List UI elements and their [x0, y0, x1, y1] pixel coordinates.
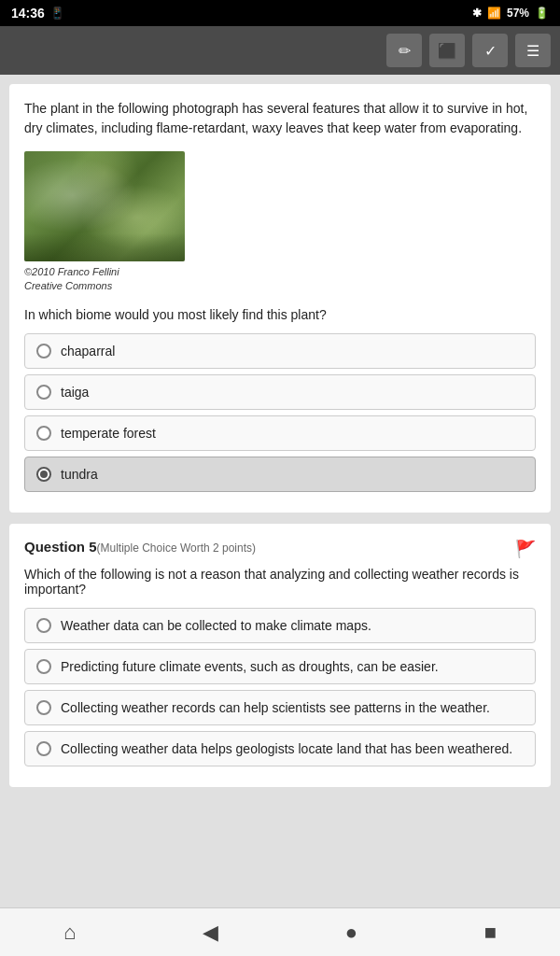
home-button[interactable]: ⌂: [49, 913, 91, 952]
option5-climate-maps[interactable]: Weather data can be collected to make cl…: [24, 608, 536, 643]
option-chaparral[interactable]: chaparral: [24, 333, 536, 369]
bottom-nav: ⌂ ◀ ● ■: [0, 907, 560, 956]
radio-taiga: [36, 385, 51, 400]
question5-header: Question 5(Multiple Choice Worth 2 point…: [24, 539, 536, 559]
option-temperate-forest[interactable]: temperate forest: [24, 415, 536, 451]
pencil-button[interactable]: ✏: [386, 34, 422, 67]
radio-climate-maps: [36, 618, 51, 633]
radio-tundra: [36, 467, 51, 482]
question5-subtitle: (Multiple Choice Worth 2 points): [97, 541, 257, 555]
bookmark-button[interactable]: ⬛: [429, 34, 465, 67]
wifi-icon: 📶: [487, 7, 501, 20]
option5-patterns[interactable]: Collecting weather records can help scie…: [24, 690, 536, 725]
radio-geologists: [36, 741, 51, 756]
home-circle-button[interactable]: ●: [330, 913, 372, 952]
question4-prompt: In which biome would you most likely fin…: [24, 307, 536, 322]
radio-future-events: [36, 659, 51, 674]
back-button[interactable]: ◀: [188, 913, 233, 952]
question5-prompt: Which of the following is not a reason t…: [24, 567, 536, 597]
plant-photo: [24, 151, 185, 261]
photo-caption: ©2010 Franco Fellini Creative Commons: [24, 265, 119, 294]
toolbar: ✏ ⬛ ✓ ☰: [0, 26, 560, 75]
question5-title: Question 5: [24, 539, 97, 555]
option5-future-events[interactable]: Predicting future climate events, such a…: [24, 649, 536, 684]
bluetooth-icon: ✱: [472, 7, 482, 20]
status-bar: 14:36 📱 ✱ 📶 57% 🔋: [0, 0, 560, 26]
flag-icon[interactable]: 🚩: [515, 539, 536, 559]
question4-intro: The plant in the following photograph ha…: [24, 99, 536, 138]
check-button[interactable]: ✓: [472, 34, 508, 67]
option-taiga[interactable]: taiga: [24, 374, 536, 410]
status-time: 14:36: [11, 6, 45, 21]
radio-temperate-forest: [36, 426, 51, 441]
phone-icon: 📱: [50, 7, 64, 20]
question5-card: Question 5(Multiple Choice Worth 2 point…: [9, 524, 551, 787]
radio-patterns: [36, 700, 51, 715]
option-tundra[interactable]: tundra: [24, 457, 536, 492]
recents-button[interactable]: ■: [469, 913, 511, 952]
radio-chaparral: [36, 344, 51, 358]
question4-card: The plant in the following photograph ha…: [9, 84, 551, 513]
content-area: The plant in the following photograph ha…: [0, 75, 560, 808]
option5-geologists[interactable]: Collecting weather data helps geologists…: [24, 731, 536, 766]
battery-icon: 🔋: [535, 7, 549, 20]
photo-container: ©2010 Franco Fellini Creative Commons: [24, 151, 536, 294]
question5-title-block: Question 5(Multiple Choice Worth 2 point…: [24, 539, 256, 555]
battery-level: 57%: [507, 7, 529, 20]
menu-button[interactable]: ☰: [515, 34, 551, 67]
